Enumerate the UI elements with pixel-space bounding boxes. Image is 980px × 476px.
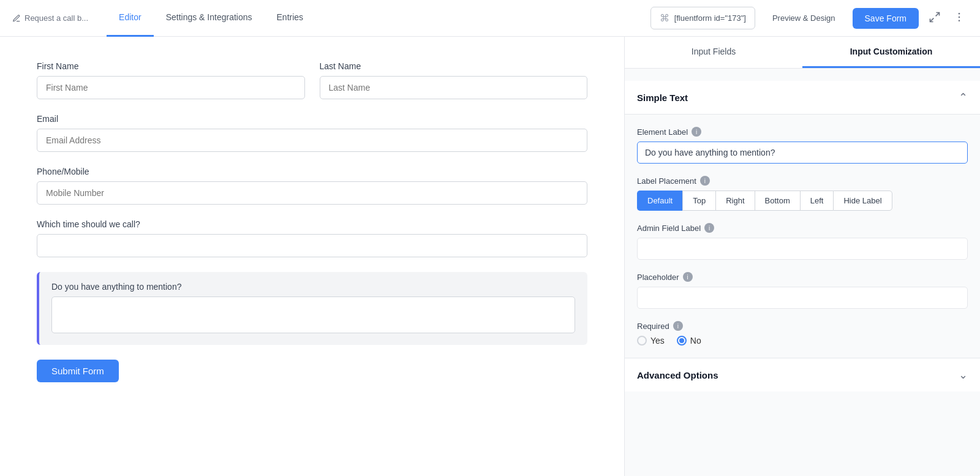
panel-tabs: Input Fields Input Customization bbox=[625, 37, 980, 69]
tab-editor[interactable]: Editor bbox=[107, 0, 154, 37]
expand-icon bbox=[929, 11, 941, 23]
call-time-input[interactable] bbox=[37, 234, 587, 257]
svg-line-0 bbox=[936, 13, 940, 17]
phone-row: Phone/Mobile bbox=[37, 167, 587, 205]
placement-top[interactable]: Top bbox=[682, 191, 715, 211]
required-info-icon[interactable]: i bbox=[673, 321, 683, 331]
element-label-group: Element Label i bbox=[637, 127, 968, 164]
call-time-field: Which time should we call? bbox=[37, 219, 587, 257]
first-name-input[interactable] bbox=[37, 76, 305, 99]
placeholder-group: Placeholder i bbox=[637, 272, 968, 309]
tab-settings[interactable]: Settings & Integrations bbox=[154, 0, 265, 37]
element-label-input[interactable] bbox=[637, 142, 968, 164]
form-preview-area: First Name Last Name Email Phone/Mobile bbox=[0, 37, 625, 476]
nav-right: ⌘ [fluentform id="173"] Preview & Design… bbox=[650, 7, 968, 29]
email-row: Email bbox=[37, 114, 587, 152]
placeholder-input[interactable] bbox=[637, 287, 968, 309]
expand-button[interactable] bbox=[926, 9, 943, 28]
simple-text-section: Simple Text ⌃ bbox=[625, 81, 980, 115]
placement-right[interactable]: Right bbox=[715, 191, 754, 211]
tab-input-customization[interactable]: Input Customization bbox=[802, 37, 980, 68]
tab-entries[interactable]: Entries bbox=[265, 0, 316, 37]
element-label-info-icon[interactable]: i bbox=[692, 127, 701, 137]
last-name-input[interactable] bbox=[320, 76, 588, 99]
first-name-label: First Name bbox=[37, 61, 305, 71]
svg-point-2 bbox=[959, 13, 960, 15]
breadcrumb[interactable]: Request a call b... bbox=[12, 13, 88, 23]
element-label-heading: Element Label i bbox=[637, 127, 968, 137]
required-no-label: No bbox=[690, 336, 701, 346]
mention-field-wrapper[interactable]: Do you have anything to mention? bbox=[37, 272, 587, 345]
call-time-row: Which time should we call? bbox=[37, 219, 587, 257]
admin-field-label-heading: Admin Field Label i bbox=[637, 223, 968, 233]
placeholder-info-icon[interactable]: i bbox=[683, 272, 693, 282]
dots-icon bbox=[953, 11, 965, 23]
placement-left[interactable]: Left bbox=[800, 191, 834, 211]
placement-bottom[interactable]: Bottom bbox=[755, 191, 800, 211]
mention-textarea[interactable] bbox=[51, 297, 575, 333]
svg-line-1 bbox=[930, 18, 934, 22]
label-placement-info-icon[interactable]: i bbox=[700, 176, 710, 186]
email-field: Email bbox=[37, 114, 587, 152]
name-row: First Name Last Name bbox=[37, 61, 587, 99]
pencil-icon bbox=[12, 14, 21, 23]
last-name-field: Last Name bbox=[320, 61, 588, 99]
placement-buttons: Default Top Right Bottom Left Hide Label bbox=[637, 191, 968, 211]
last-name-label: Last Name bbox=[320, 61, 588, 71]
phone-label: Phone/Mobile bbox=[37, 167, 587, 176]
advanced-chevron-icon: ⌄ bbox=[959, 368, 968, 382]
advanced-options-section[interactable]: Advanced Options ⌄ bbox=[625, 358, 980, 391]
svg-point-3 bbox=[959, 17, 960, 18]
save-button[interactable]: Save Form bbox=[853, 8, 919, 29]
breadcrumb-text: Request a call b... bbox=[24, 13, 88, 23]
panel-content: Simple Text ⌃ Element Label i Label Plac… bbox=[625, 69, 980, 404]
required-no-option[interactable]: No bbox=[677, 336, 701, 346]
required-group: Required i Yes No bbox=[637, 321, 968, 346]
tab-input-fields[interactable]: Input Fields bbox=[625, 37, 802, 68]
phone-field: Phone/Mobile bbox=[37, 167, 587, 205]
phone-input[interactable] bbox=[37, 181, 587, 205]
required-radio-group: Yes No bbox=[637, 336, 968, 346]
more-options-button[interactable] bbox=[951, 9, 968, 28]
placeholder-heading: Placeholder i bbox=[637, 272, 968, 282]
required-heading: Required i bbox=[637, 321, 968, 331]
advanced-options-title: Advanced Options bbox=[637, 370, 718, 380]
shortcode-button[interactable]: ⌘ [fluentform id="173"] bbox=[650, 7, 755, 29]
email-label: Email bbox=[37, 114, 587, 124]
required-yes-option[interactable]: Yes bbox=[637, 336, 665, 346]
label-placement-group: Label Placement i Default Top Right Bott… bbox=[637, 176, 968, 211]
mention-label: Do you have anything to mention? bbox=[51, 282, 575, 292]
submit-button[interactable]: Submit Form bbox=[37, 360, 119, 382]
shortcode-icon: ⌘ bbox=[660, 12, 669, 24]
admin-field-label-input[interactable] bbox=[637, 238, 968, 260]
main-layout: First Name Last Name Email Phone/Mobile bbox=[0, 37, 980, 476]
top-nav: Request a call b... Editor Settings & In… bbox=[0, 0, 980, 37]
svg-point-4 bbox=[959, 20, 960, 22]
label-placement-heading: Label Placement i bbox=[637, 176, 968, 186]
collapse-icon[interactable]: ⌃ bbox=[959, 91, 968, 104]
right-panel: Input Fields Input Customization Simple … bbox=[625, 37, 980, 476]
required-yes-radio[interactable] bbox=[637, 336, 647, 346]
required-no-radio[interactable] bbox=[677, 336, 687, 346]
email-input[interactable] bbox=[37, 129, 587, 152]
preview-button[interactable]: Preview & Design bbox=[763, 9, 845, 28]
nav-tabs: Editor Settings & Integrations Entries bbox=[107, 0, 315, 37]
nav-left: Request a call b... Editor Settings & In… bbox=[12, 0, 315, 37]
call-time-label: Which time should we call? bbox=[37, 219, 587, 229]
placement-default[interactable]: Default bbox=[637, 191, 682, 211]
section-title: Simple Text bbox=[637, 93, 688, 103]
admin-field-label-group: Admin Field Label i bbox=[637, 223, 968, 260]
shortcode-text: [fluentform id="173"] bbox=[674, 13, 746, 23]
required-yes-label: Yes bbox=[650, 336, 665, 346]
admin-field-label-info-icon[interactable]: i bbox=[704, 223, 714, 233]
placement-hide-label[interactable]: Hide Label bbox=[833, 191, 892, 211]
first-name-field: First Name bbox=[37, 61, 305, 99]
